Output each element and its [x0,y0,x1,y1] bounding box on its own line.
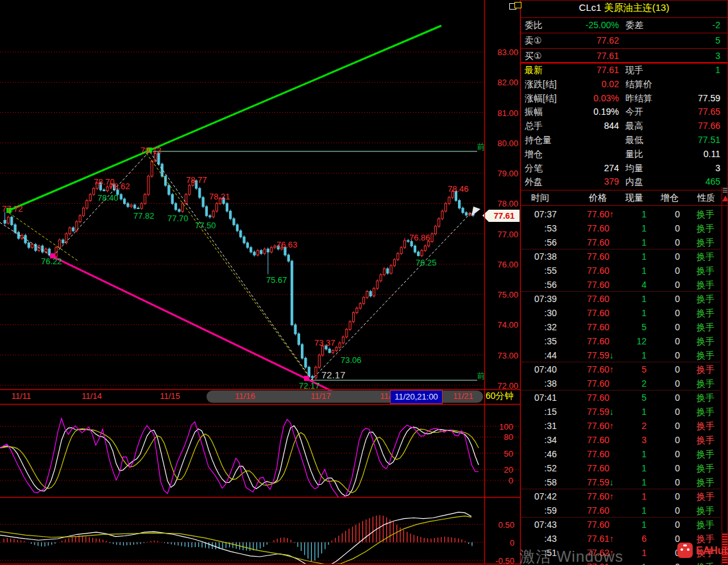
tick-nature: 换手 [697,235,715,249]
ask-volume: 5 [664,35,720,46]
kdj-plot [0,418,478,497]
candle-body [151,161,153,176]
quote-row-label: 最低 [625,135,665,146]
tick-row[interactable]: :5277.6010换手 [521,461,722,475]
tick-row[interactable]: :5677.6010换手 [521,235,722,249]
col-openinterest: 增仓 [661,192,679,204]
tick-oi-change: 0 [653,320,680,334]
col-nature: 性质 [697,192,715,204]
candle-body [356,308,358,312]
candle-body [438,219,440,226]
tick-row[interactable]: 07:4177.6050换手 [521,391,722,405]
tick-nature: 换手 [697,264,715,278]
quote-row-value: 844 [557,121,619,131]
quote-row-value: 77.66 [664,121,720,131]
tick-oi-change: 0 [653,419,680,433]
col-time: 时间 [531,192,549,204]
candle-body [164,176,166,185]
tick-oi-change: 0 [653,475,680,489]
candle-body [346,330,348,337]
quote-row-label: 今开 [625,106,665,118]
y-axis-tick: 78.00 [497,199,518,208]
tick-direction-icon: ↑ [609,207,617,221]
swing-price-label: 77.70 [167,214,189,223]
candle-body [31,244,33,248]
candle-body [260,251,262,254]
tick-volume: 5 [618,391,647,405]
tick-nature: 换手 [697,560,715,565]
tick-row[interactable]: :3577.60120换手 [521,334,722,348]
zigzag-arrowhead [471,207,480,216]
tick-volume: 3 [618,433,647,447]
tick-row[interactable]: :5977.6010换手 [521,503,722,518]
bid-price[interactable]: 77.61 [557,51,619,61]
tick-row[interactable]: :4677.6010换手 [521,447,722,461]
tick-row[interactable]: 07:4377.6010换手 [521,518,722,532]
uptrend-green [9,26,441,210]
tick-row[interactable]: :3177.60↑20换手 [521,419,722,433]
period-label[interactable]: 60分钟 [486,391,514,402]
ask-price[interactable]: 77.62 [557,35,619,46]
tick-row[interactable]: 07:4077.60↑50换手 [521,362,722,376]
tick-volume: 1 [618,475,647,489]
quote-row-value: 77.59 [664,93,720,103]
tick-price: 77.59 [560,475,609,489]
tick-direction-icon: ↑ [609,419,617,433]
tick-row[interactable]: :5377.6010换手 [521,221,722,235]
split-window-icon[interactable] [509,2,521,9]
time-sales-list[interactable]: 07:3777.60↑10换手:5377.6010换手:5677.6010换手0… [521,206,722,565]
y-axis-tick: 77.00 [497,230,518,239]
tick-row[interactable]: :3477.6030换手 [521,433,722,447]
tick-oi-change: 0 [653,503,680,518]
tick-time: 07:38 [523,249,557,264]
selected-datetime-badge: 11/20,21:00 [390,390,443,404]
candle-body [216,203,217,211]
tick-oi-change: 0 [653,489,680,503]
tick-price: 77.60 [560,306,609,320]
y-axis-tick: 76.00 [497,260,518,269]
tick-row[interactable]: :5577.6010换手 [521,264,722,278]
timeline-axis[interactable]: 11/20,21:00 11/1111/1411/1511/1611/1711/… [0,389,521,404]
tick-oi-change: 0 [653,391,680,405]
tick-row[interactable]: 07:3977.6010换手 [521,292,722,306]
candle-body [14,224,16,232]
instrument-symbol: CLc1 [579,2,602,13]
windows-activation-watermark: 激活 Windows [520,546,623,565]
tick-volume: 2 [618,419,647,433]
candle-body [89,194,91,200]
tick-row[interactable]: :3277.6050换手 [521,320,722,334]
tick-row[interactable]: :3077.6010换手 [521,306,722,320]
tick-row[interactable]: :5677.6040换手 [521,278,722,292]
tick-row[interactable]: :4477.59↓10换手 [521,348,722,362]
tick-row[interactable]: :1577.59↓10换手 [521,405,722,419]
instrument-title: CLc1 美原油主连(13) [521,2,727,14]
tick-nature: 换手 [697,433,715,447]
panel-grip-icon[interactable] [723,188,727,192]
tick-row[interactable]: 07:3877.6010换手 [521,249,722,264]
tick-row[interactable]: :3877.6020换手 [521,376,722,391]
candle-body [349,322,351,330]
tick-row[interactable]: 07:4277.60↑10换手 [521,489,722,503]
candlestick-chart[interactable]: 83.0082.0081.0080.0079.0078.0077.0076.00… [0,0,521,565]
tick-price: 77.61 [560,532,609,546]
tick-volume: 1 [618,292,647,306]
tick-oi-change: 0 [653,348,680,362]
tick-row[interactable]: 07:3777.60↑10换手 [521,207,722,221]
candle-body [369,291,371,296]
candle-body [400,248,402,253]
tick-volume: 1 [618,235,647,249]
candle-body [140,203,142,208]
futures-trading-terminal: 83.0082.0081.0080.0079.0078.0077.0076.00… [0,0,728,565]
robot-icon [677,543,693,558]
tick-row[interactable]: :5877.59↓10换手 [521,475,722,489]
candle-body [62,240,64,243]
candle-body [465,213,467,215]
tick-nature: 换手 [697,447,715,461]
quote-row-value: 0.19% [557,106,619,117]
candle-body [4,220,6,223]
tick-volume: 1 [618,348,647,362]
candle-body [209,215,211,217]
y-axis-tick: 73.00 [497,351,518,360]
quote-row-label: 结算价 [625,79,665,90]
tick-volume: 1 [618,249,647,264]
